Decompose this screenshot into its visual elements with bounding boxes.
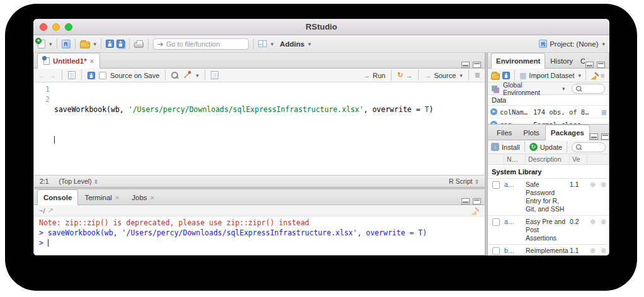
code-area[interactable]: saveWorkbook(wb, '/Users/percy/Downloads… bbox=[54, 82, 433, 175]
new-project-icon[interactable]: R bbox=[62, 40, 71, 48]
new-file-caret-icon[interactable]: ▾ bbox=[49, 41, 52, 47]
find-replace-icon[interactable] bbox=[171, 72, 179, 79]
install-icon: ↓ bbox=[491, 143, 499, 151]
package-row[interactable]: a… Safe Password Entry for R, Git, and S… bbox=[488, 178, 609, 215]
tab-files[interactable]: Files bbox=[491, 125, 517, 140]
maximize-pane-icon[interactable] bbox=[473, 62, 481, 68]
minimize-pane-icon[interactable] bbox=[461, 62, 470, 68]
maximize-pane-icon[interactable] bbox=[601, 133, 609, 140]
zoom-window-button[interactable] bbox=[65, 23, 72, 31]
tab-terminal[interactable]: Terminal × bbox=[78, 189, 125, 205]
expand-object-icon[interactable]: ▶ bbox=[490, 121, 497, 124]
description-column-header[interactable]: Description bbox=[526, 154, 570, 164]
minimize-pane-icon[interactable] bbox=[461, 198, 470, 205]
environment-search-input[interactable] bbox=[582, 85, 601, 92]
tab-environment[interactable]: Environment bbox=[491, 53, 545, 69]
source-button[interactable]: → Source ▾ bbox=[424, 72, 462, 79]
environment-scope-selector[interactable]: Global Environment bbox=[503, 81, 558, 96]
expand-object-icon[interactable]: ▶ bbox=[490, 108, 497, 115]
package-checkbox[interactable] bbox=[492, 218, 500, 226]
source-statusbar: 2:1 (Top Level)⇕ R Script⇕ bbox=[34, 175, 485, 187]
package-version: 0.2 bbox=[570, 218, 587, 226]
remove-package-icon[interactable]: ⊗ bbox=[598, 218, 609, 226]
rerun-button[interactable]: ↻ → bbox=[397, 71, 412, 79]
scope-selector[interactable]: (Top Level)⇕ bbox=[59, 177, 99, 185]
document-outline-icon[interactable]: ≣ bbox=[475, 71, 480, 79]
environment-scope-row: Global Environment ▾ bbox=[488, 82, 609, 95]
project-menu[interactable]: Project: (None) bbox=[550, 40, 598, 48]
close-tab-icon[interactable]: × bbox=[90, 57, 94, 65]
package-name-link[interactable]: a… bbox=[504, 218, 526, 226]
tab-jobs[interactable]: Jobs × bbox=[125, 189, 161, 205]
tab-packages[interactable]: Packages bbox=[545, 125, 590, 140]
close-window-button[interactable] bbox=[40, 23, 47, 31]
remove-package-icon[interactable]: ⊗ bbox=[598, 247, 609, 255]
open-file-caret-icon[interactable]: ▾ bbox=[94, 41, 97, 47]
save-source-icon[interactable] bbox=[88, 72, 95, 79]
new-file-icon[interactable]: + bbox=[38, 40, 45, 48]
search-icon bbox=[576, 144, 580, 150]
install-button[interactable]: ↓ Install bbox=[491, 143, 520, 151]
save-icon[interactable] bbox=[106, 40, 114, 48]
popout-icon[interactable] bbox=[68, 71, 76, 79]
print-icon[interactable] bbox=[134, 42, 144, 48]
goto-file-input[interactable] bbox=[166, 40, 235, 48]
tab-history[interactable]: History bbox=[545, 53, 578, 68]
code-tools-icon[interactable] bbox=[183, 71, 191, 79]
run-button[interactable]: → Run bbox=[363, 72, 385, 79]
pane-layout-icon[interactable] bbox=[258, 40, 267, 47]
forward-icon[interactable]: → bbox=[49, 72, 56, 79]
tab-untitled1[interactable]: Untitled1* × bbox=[37, 53, 100, 69]
open-file-icon[interactable]: → bbox=[80, 42, 90, 48]
package-website-icon[interactable]: ⊕ bbox=[587, 181, 598, 189]
package-checkbox[interactable] bbox=[492, 181, 500, 189]
tab-console[interactable]: Console bbox=[37, 189, 78, 205]
goto-directory-icon[interactable]: ↗ bbox=[47, 206, 53, 215]
code-tools-caret-icon[interactable]: ▾ bbox=[196, 72, 199, 79]
clear-environment-icon[interactable] bbox=[590, 71, 599, 80]
package-website-icon[interactable]: ⊕ bbox=[587, 247, 598, 255]
icon-column-header bbox=[598, 154, 609, 164]
source-on-save-checkbox[interactable] bbox=[99, 72, 106, 79]
clear-console-icon[interactable] bbox=[471, 206, 480, 215]
close-tab-icon[interactable]: × bbox=[150, 194, 154, 201]
package-name-link[interactable]: b… bbox=[504, 247, 526, 255]
compile-report-icon[interactable] bbox=[211, 71, 218, 79]
package-name-link[interactable]: a… bbox=[504, 181, 526, 189]
environment-row[interactable]: ▶ con Formal class bbox=[488, 118, 609, 124]
maximize-pane-icon[interactable] bbox=[473, 198, 481, 205]
tab-plots[interactable]: Plots bbox=[517, 125, 545, 140]
addins-menu[interactable]: Addins bbox=[280, 40, 305, 48]
minimize-pane-icon[interactable] bbox=[590, 133, 598, 140]
back-icon[interactable]: ← bbox=[38, 72, 45, 79]
minimize-window-button[interactable] bbox=[52, 23, 60, 31]
import-dataset-button[interactable]: Import Dataset ▾ bbox=[529, 72, 581, 79]
name-column-header[interactable]: N… bbox=[504, 154, 526, 164]
pane-layout-caret-icon[interactable]: ▾ bbox=[271, 41, 274, 47]
search-icon bbox=[575, 86, 580, 92]
file-type-selector[interactable]: R Script⇕ bbox=[449, 177, 479, 185]
package-row[interactable]: b… Reimplementa 1.1 ⊕ ⊗ bbox=[488, 244, 609, 255]
packages-search-input[interactable] bbox=[583, 143, 602, 150]
environment-menu-icon[interactable]: ≡ bbox=[601, 72, 604, 79]
environment-row[interactable]: ▶ colNam… 174 obs. of 8… ▦ bbox=[488, 106, 609, 118]
remove-package-icon[interactable]: ⊗ bbox=[598, 181, 609, 189]
rerun-arrow-icon: → bbox=[405, 72, 412, 79]
tab-connections[interactable]: C bbox=[578, 53, 585, 68]
console-output[interactable]: Note: zip::zip() is deprecated, please u… bbox=[34, 216, 485, 255]
maximize-pane-icon[interactable] bbox=[597, 62, 605, 68]
save-workspace-icon[interactable] bbox=[502, 72, 510, 79]
package-website-icon[interactable]: ⊕ bbox=[587, 218, 598, 226]
load-workspace-icon[interactable]: → bbox=[491, 73, 500, 80]
view-data-icon[interactable]: ▦ bbox=[602, 108, 606, 116]
code-editor[interactable]: 1 2 saveWorkbook(wb, '/Users/percy/Downl… bbox=[34, 82, 485, 175]
save-all-icon[interactable] bbox=[116, 40, 125, 48]
package-checkbox[interactable] bbox=[492, 247, 500, 255]
minimize-pane-icon[interactable] bbox=[585, 62, 594, 68]
version-column-header[interactable]: Ve bbox=[570, 154, 587, 164]
environment-window-controls bbox=[585, 62, 609, 68]
environment-pane: Environment History C bbox=[487, 53, 609, 125]
close-tab-icon[interactable]: × bbox=[115, 194, 119, 201]
update-button[interactable]: ↻ Update bbox=[529, 143, 562, 151]
package-row[interactable]: a… Easy Pre and Post Assertions 0.2 ⊕ ⊗ bbox=[488, 215, 609, 244]
